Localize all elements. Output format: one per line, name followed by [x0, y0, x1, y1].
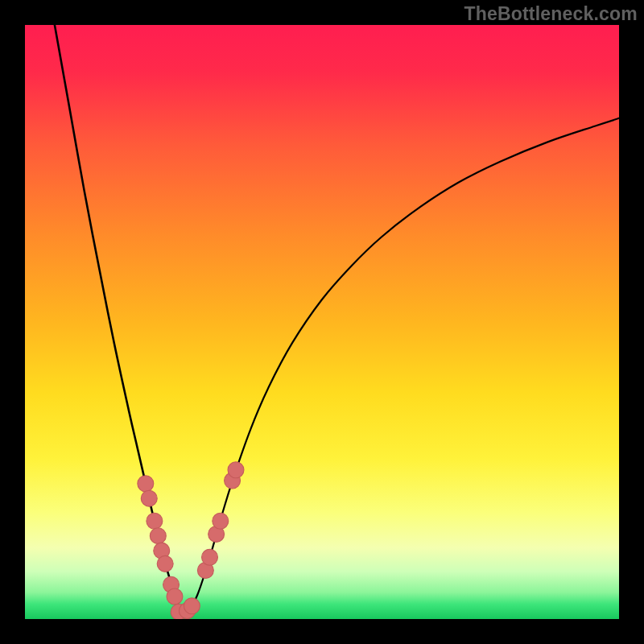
chart-frame: TheBottleneck.com	[0, 0, 644, 644]
data-marker	[138, 476, 154, 492]
data-marker	[141, 490, 157, 506]
watermark-text: TheBottleneck.com	[464, 3, 638, 25]
data-marker	[167, 588, 183, 605]
data-marker	[157, 555, 173, 572]
right-curve	[180, 118, 619, 613]
data-marker	[150, 528, 166, 544]
curve-layer	[25, 25, 619, 619]
data-marker	[147, 513, 163, 529]
plot-area	[25, 25, 619, 619]
marker-group	[138, 462, 244, 619]
data-marker	[213, 513, 229, 529]
data-marker	[184, 598, 200, 614]
data-marker	[228, 462, 244, 478]
data-marker	[202, 549, 218, 565]
